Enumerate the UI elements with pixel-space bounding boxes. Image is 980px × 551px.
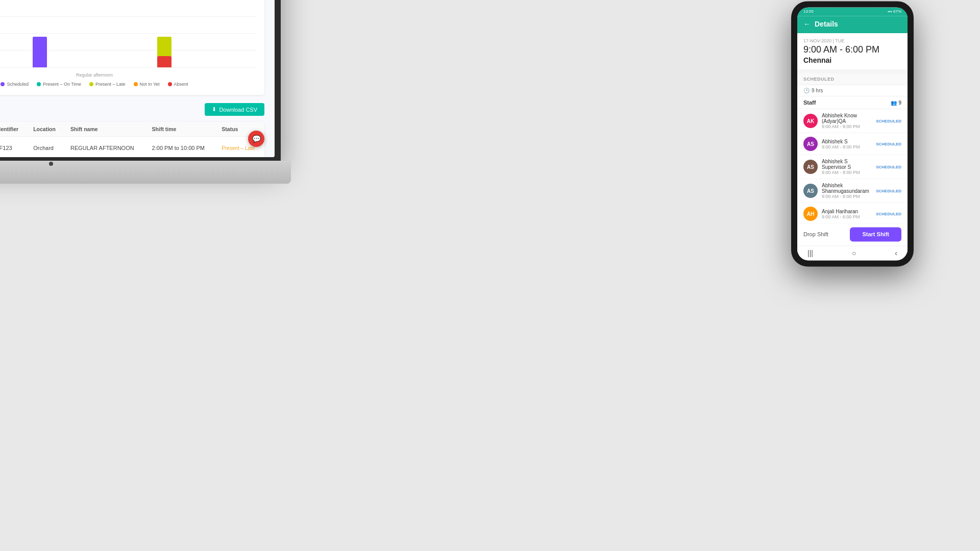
legend-label-on-time: Present – On Time [43,82,81,87]
phone-hours: 9 hrs [812,88,823,93]
chart-bars [0,16,256,67]
location-1: Orchard [27,137,64,158]
staff-avatar-4: AS [803,184,818,198]
legend-dot-not-in-yet [134,82,138,86]
start-shift-button[interactable]: Start Shift [850,227,901,241]
legend-dot-late [89,82,93,86]
bar-absent [157,56,172,67]
phone-location: Chennai [803,56,901,64]
staff-name-1: Abhishek Know (Adyar)QA [822,113,872,124]
laptop: ⊙ KNOW 🔔 Announcements ⏱ Tim [0,0,291,194]
staff-name-4: Abhishek Shanmugasundaram [822,183,872,194]
staff-status-3: SCHEDULED [876,165,901,169]
staff-status-4: SCHEDULED [876,189,901,193]
col-shift-time: Shift time [146,122,216,137]
phone: 13:55 ▪▪▪ 67% ← Details 17-NOV-2020 | TU… [791,1,914,266]
download-label: Download CSV [219,107,257,113]
phone-scheduled-label: SCHEDULED [797,73,908,85]
legend-label-not-in-yet: Not In Yet [140,82,160,87]
staff-item-2: AS Abhishek S 9:00 AM - 8:00 PM SCHEDULE… [797,133,908,155]
download-icon: ⬇ [212,106,216,113]
bar-present-late [157,37,172,56]
download-csv-button[interactable]: ⬇ Download CSV [205,103,264,116]
bar-group-2 [10,37,70,67]
nav-back-icon[interactable]: ‹ [895,249,897,257]
staff-time-1: 9:00 AM - 8:00 PM [822,124,872,129]
staff-time-4: 9:00 AM - 8:00 PM [822,194,872,199]
legend-dot-on-time [37,82,41,86]
staff-status-5: SCHEDULED [876,212,901,216]
phone-bottom-actions: Drop Shift Start Shift [797,222,908,245]
nav-circle-icon[interactable]: ○ [852,249,856,257]
chart-legend: Scheduled Present – On Time Present – La… [0,82,256,87]
laptop-screen: ⊙ KNOW 🔔 Announcements ⏱ Tim [0,0,275,157]
bar-group-4 [134,37,194,67]
staff-avatar-3: AS [803,160,818,174]
phone-signal-icon: ▪▪▪ 67% [888,9,901,14]
phone-time: 13:55 [803,9,814,14]
legend-label-scheduled: Scheduled [7,82,29,87]
staff-label: Staff [803,99,816,106]
shift-name-1: REGULAR AFTERNOON [64,137,146,158]
phone-date: 17-NOV-2020 | TUE [803,38,901,43]
phone-title: Details [815,20,838,28]
phone-screen: 13:55 ▪▪▪ 67% ← Details 17-NOV-2020 | TU… [797,7,908,260]
staff-item-1: AK Abhishek Know (Adyar)QA 9:00 AM - 8:0… [797,109,908,133]
staff-avatar-1: AK [803,114,818,128]
staff-name-3: Abhishek S Supervisor S [822,159,872,170]
phone-nav-bar: ||| ○ ‹ [797,245,908,260]
actions-row: 🖨 Print ⬇ Download CSV [0,103,264,116]
staff-time-2: 9:00 AM - 8:00 PM [822,144,872,149]
legend-absent: Absent [168,82,188,87]
staff-count: 9 [898,100,901,106]
staff-time-5: 9:00 AM - 6:00 PM [822,214,872,219]
app: ⊙ KNOW 🔔 Announcements ⏱ Tim [0,0,275,157]
data-table: Name Identifier Location Shift name Shif… [0,122,264,157]
table-section: Name Identifier Location Shift name Shif… [0,122,264,157]
main-content: Shifts (Beta) › Dashboard ⤢ NB NITIN [0,0,275,157]
chat-bubble[interactable]: 💬 [248,131,264,147]
table-row: Tom Ford Store Manag... TF123 Orchard [0,137,264,158]
staff-avatar-2: AS [803,137,818,151]
chart-section: SHIFT UPDATES 3 2 1 0 [0,0,264,95]
phone-content: 17-NOV-2020 | TUE 9:00 AM - 6:00 PM Chen… [797,33,908,222]
staff-list: AK Abhishek Know (Adyar)QA 9:00 AM - 8:0… [797,109,908,222]
phone-staff-header: Staff 👥 9 [797,96,908,109]
content-area: NOT WORKING 0 SCHEDULED [0,0,275,157]
bar-scheduled [33,37,47,67]
scene: ⊙ KNOW 🔔 Announcements ⏱ Tim [0,0,980,551]
phone-body: 13:55 ▪▪▪ 67% ← Details 17-NOV-2020 | TU… [791,1,914,266]
nav-home-icon[interactable]: ||| [807,249,813,257]
staff-item-4: AS Abhishek Shanmugasundaram 9:00 AM - 8… [797,179,908,203]
phone-header: ← Details [797,16,908,33]
staff-name-5: Anjali Hariharan [822,209,872,214]
col-identifier: Identifier [0,122,27,137]
legend-scheduled: Scheduled [1,82,29,87]
col-shift-name: Shift name [64,122,146,137]
phone-status-bar: 13:55 ▪▪▪ 67% [797,7,908,16]
table-header: Name Identifier Location Shift name Shif… [0,122,264,137]
staff-item-5: AH Anjali Hariharan 9:00 AM - 6:00 PM SC… [797,203,908,222]
laptop-body: ⊙ KNOW 🔔 Announcements ⏱ Tim [0,0,281,163]
staff-item-3: AS Abhishek S Supervisor S 9:00 AM - 8:0… [797,155,908,179]
legend-late: Present – Late [89,82,126,87]
identifier-1: TF123 [0,137,27,158]
staff-time-3: 9:00 AM - 8:00 PM [822,170,872,175]
laptop-notch [49,162,53,166]
shift-time-1: 2:00 PM to 10:00 PM [146,137,216,158]
x-label: Regular afternoon [76,72,113,78]
drop-shift-button[interactable]: Drop Shift [803,231,828,237]
phone-hours-row: 🕐 9 hrs [797,85,908,96]
status-1: Present – Late [222,145,255,151]
staff-name-2: Abhishek S [822,139,872,144]
chart-area: 3 2 1 0 [0,16,256,78]
staff-avatar-5: AH [803,207,818,221]
phone-shift-time: 9:00 AM - 6:00 PM [803,44,901,55]
legend-dot-scheduled [1,82,5,86]
chart-title: SHIFT UPDATES [0,4,256,10]
people-icon: 👥 [891,100,897,106]
col-location: Location [27,122,64,137]
clock-icon: 🕐 [803,88,810,93]
back-button[interactable]: ← [803,20,811,28]
grid-line-0 [0,67,256,68]
